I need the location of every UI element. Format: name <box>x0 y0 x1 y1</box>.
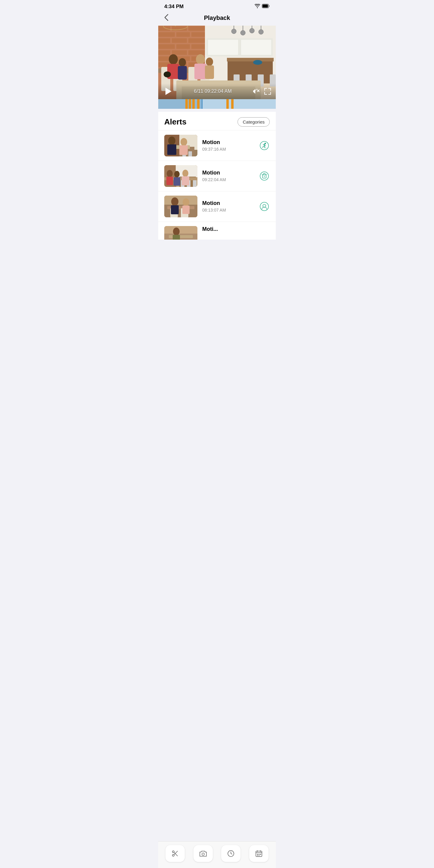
battery-icon <box>262 4 270 9</box>
alert-item-partial[interactable]: Moti... <box>158 221 276 240</box>
svg-point-42 <box>241 30 245 35</box>
svg-rect-120 <box>258 854 259 855</box>
timeline-playhead <box>202 99 203 109</box>
svg-rect-45 <box>175 26 176 26</box>
play-button[interactable] <box>163 87 173 96</box>
content-area: Alerts Categories <box>158 112 276 270</box>
bottom-toolbar <box>158 841 276 868</box>
alerts-title: Alerts <box>164 117 187 127</box>
svg-point-43 <box>250 28 254 33</box>
svg-point-90 <box>174 171 180 178</box>
svg-rect-7 <box>158 32 175 37</box>
svg-rect-18 <box>188 50 205 55</box>
calendar-icon <box>255 850 262 857</box>
alerts-header: Alerts Categories <box>158 112 276 130</box>
svg-rect-27 <box>227 58 274 61</box>
status-icons <box>255 4 270 9</box>
alert-item[interactable]: Motion 08:13:07 AM <box>158 191 276 221</box>
video-right-controls <box>253 88 271 95</box>
alert-thumbnail-2 <box>164 165 197 187</box>
timeline-marker <box>189 99 191 109</box>
svg-point-112 <box>173 227 180 236</box>
alert-item[interactable]: Motion 09:22:04 AM <box>158 161 276 191</box>
alert-info-partial: Moti... <box>202 226 270 232</box>
alert-type-1: Motion <box>202 139 256 146</box>
svg-rect-89 <box>166 177 173 185</box>
alerts-section: Alerts Categories <box>158 112 276 240</box>
svg-rect-14 <box>176 44 190 49</box>
svg-rect-4 <box>158 26 170 31</box>
svg-point-41 <box>231 29 236 34</box>
svg-rect-60 <box>205 65 214 79</box>
fullscreen-button[interactable] <box>264 88 271 95</box>
alert-thumbnail-3 <box>164 195 197 217</box>
svg-rect-12 <box>188 38 205 43</box>
svg-rect-91 <box>174 177 180 186</box>
alert-info-1: Motion 09:37:16 AM <box>202 139 256 152</box>
clock-icon <box>227 850 235 857</box>
svg-rect-86 <box>193 180 196 187</box>
toolbar-calendar-button[interactable] <box>249 845 269 862</box>
svg-point-54 <box>164 71 171 78</box>
wifi-icon <box>255 4 260 9</box>
timeline-marker <box>226 99 229 109</box>
toolbar-camera-button[interactable] <box>193 845 213 862</box>
svg-point-79 <box>265 143 266 144</box>
svg-rect-35 <box>241 40 271 55</box>
svg-rect-10 <box>158 38 170 43</box>
svg-point-28 <box>253 60 262 65</box>
categories-button[interactable]: Categories <box>238 117 270 127</box>
timeline-marker <box>185 99 188 109</box>
alert-time-3: 08:13:07 AM <box>202 208 256 213</box>
svg-point-76 <box>181 138 187 146</box>
alert-item[interactable]: Motion 09:37:16 AM <box>158 130 276 161</box>
svg-rect-16 <box>158 50 170 55</box>
svg-point-57 <box>196 54 205 64</box>
scissors-icon <box>172 850 179 857</box>
alert-info-3: Motion 08:13:07 AM <box>202 200 256 213</box>
svg-point-92 <box>182 170 188 177</box>
svg-point-52 <box>169 54 178 64</box>
timeline-marker <box>231 99 234 109</box>
svg-rect-56 <box>178 66 187 80</box>
video-player[interactable]: 6/11 09:22:04 AM <box>158 26 276 99</box>
timeline-marker <box>197 99 199 109</box>
svg-point-74 <box>168 136 176 145</box>
svg-rect-111 <box>169 235 193 238</box>
svg-rect-122 <box>257 855 258 856</box>
svg-rect-58 <box>194 64 207 79</box>
svg-rect-75 <box>167 144 176 155</box>
svg-rect-77 <box>179 145 188 155</box>
timeline-bar[interactable] <box>158 99 276 109</box>
status-time: 4:34 PM <box>164 4 184 10</box>
svg-rect-119 <box>257 854 258 855</box>
alert-type-3: Motion <box>202 200 256 207</box>
back-button[interactable] <box>164 14 168 22</box>
timeline-marker <box>192 99 195 109</box>
svg-rect-93 <box>182 176 189 185</box>
toolbar-scissors-button[interactable] <box>165 845 185 862</box>
svg-point-88 <box>167 170 173 177</box>
alert-info-2: Motion 09:22:04 AM <box>202 170 256 182</box>
svg-rect-121 <box>260 854 261 855</box>
alert-type-2: Motion <box>202 170 256 176</box>
svg-rect-34 <box>208 40 238 55</box>
alert-time-1: 09:37:16 AM <box>202 147 256 152</box>
svg-point-104 <box>183 198 189 206</box>
alert-thumbnail-1 <box>164 135 197 156</box>
svg-rect-15 <box>191 44 205 49</box>
alert-time-2: 09:22:04 AM <box>202 177 256 182</box>
svg-rect-9 <box>191 32 205 37</box>
svg-rect-72 <box>188 151 192 156</box>
partial-alert-type: Moti... <box>202 226 270 232</box>
mute-button[interactable] <box>253 88 260 94</box>
svg-rect-123 <box>258 855 259 856</box>
svg-rect-8 <box>176 32 190 37</box>
toolbar-clock-button[interactable] <box>221 845 241 862</box>
camera-icon <box>199 850 207 857</box>
svg-point-106 <box>260 202 269 211</box>
nav-header: Playback <box>158 12 276 26</box>
page-title: Playback <box>204 14 230 22</box>
svg-point-55 <box>179 58 186 67</box>
svg-rect-17 <box>172 50 187 55</box>
